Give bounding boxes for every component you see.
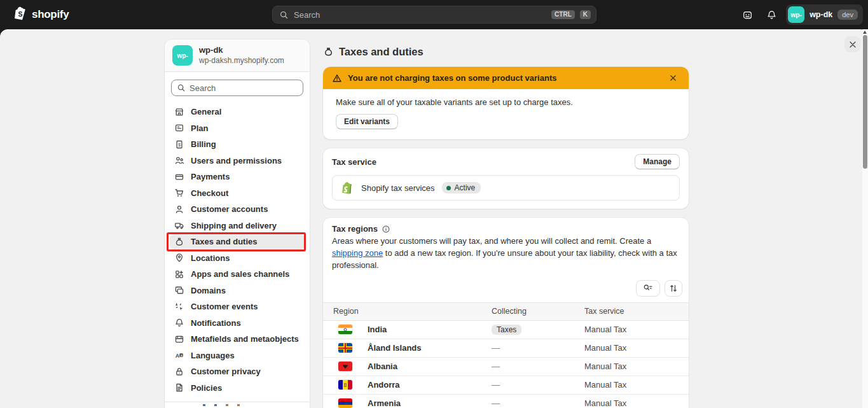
- sidebar-item-customer-accounts[interactable]: Customer accounts: [170, 201, 305, 218]
- info-icon[interactable]: [382, 225, 390, 234]
- sidebar-item-customer-privacy[interactable]: Customer privacy: [170, 363, 305, 380]
- column-tax-service: Tax service: [584, 307, 689, 316]
- sort-button[interactable]: [665, 280, 682, 297]
- table-row--land-islands[interactable]: Åland Islands—Manual Tax: [323, 339, 689, 358]
- table-header: Region Collecting Tax service: [323, 302, 689, 321]
- sidebar-item-metafields-and-metaobjects[interactable]: Metafields and metaobjects: [170, 331, 305, 348]
- user-menu[interactable]: wp- wp-dk dev: [786, 4, 863, 25]
- collecting-badge: Taxes: [492, 325, 521, 335]
- tax-service-title: Tax service: [332, 157, 376, 167]
- banner-body-text: Make sure all of your taxable variants a…: [336, 97, 676, 107]
- shipping-icon: [174, 220, 184, 230]
- table-row-albania[interactable]: Albania—Manual Tax: [323, 358, 689, 376]
- sidebar-item-label: Metafields and metaobjects: [191, 334, 299, 344]
- status-badge: Active: [442, 182, 481, 193]
- collecting-empty: —: [492, 362, 584, 371]
- sidebar-item-plan[interactable]: Plan: [170, 120, 305, 137]
- search-icon: [177, 83, 186, 92]
- column-collecting: Collecting: [492, 307, 584, 316]
- search-icon: [279, 10, 289, 20]
- sidebar-search-input[interactable]: [189, 83, 298, 93]
- region-name: Andorra: [368, 380, 400, 390]
- settings-page: wp- wp-dk wp-daksh.myshopify.com General…: [0, 29, 868, 408]
- sidebar-item-domains[interactable]: Domains: [170, 283, 305, 299]
- banner-title: You are not charging taxes on some produ…: [348, 73, 660, 83]
- env-badge: dev: [837, 10, 858, 20]
- sidebar-item-payments[interactable]: Payments: [170, 169, 305, 185]
- sidebar-item-label: Billing: [191, 139, 216, 149]
- sidebar-item-locations[interactable]: Locations: [170, 250, 305, 267]
- collecting-empty: —: [492, 380, 584, 390]
- shopify-bag-icon: S: [13, 6, 28, 24]
- collecting-empty: —: [492, 343, 584, 353]
- warning-banner: You are not charging taxes on some produ…: [323, 67, 689, 139]
- eagle-emblem: [343, 364, 348, 369]
- store-header[interactable]: wp- wp-dk wp-daksh.myshopify.com: [165, 39, 310, 72]
- crest-emblem: [344, 383, 347, 387]
- settings-nav: GeneralPlan$BillingUsers and permissions…: [165, 101, 310, 396]
- customer-accounts-icon: [174, 204, 184, 215]
- chakra-emblem: [344, 328, 347, 331]
- user-name: wp-dk: [809, 10, 832, 19]
- sidebar-item-taxes-and-duties[interactable]: Taxes and duties: [170, 234, 305, 250]
- kbd-ctrl: CTRL: [551, 10, 575, 19]
- svg-text:$: $: [178, 141, 181, 147]
- store-icon: [174, 107, 184, 117]
- manage-button[interactable]: Manage: [635, 154, 680, 169]
- global-search-input[interactable]: Search CTRL K: [272, 6, 596, 24]
- sidebar-item-apps-and-sales-channels[interactable]: Apps and sales channels: [170, 266, 305, 283]
- tax-service-value: Manual Tax: [584, 325, 689, 334]
- scroll-up-arrow-icon[interactable]: [863, 31, 867, 34]
- edit-variants-button[interactable]: Edit variants: [336, 114, 398, 129]
- flag-icon: [338, 325, 352, 334]
- banner-close-icon[interactable]: [666, 71, 680, 85]
- money-bag-icon: [323, 46, 334, 57]
- checkout-icon: [174, 188, 184, 198]
- sidebar-item-label: Checkout: [191, 188, 228, 198]
- scrollbar[interactable]: [862, 29, 868, 408]
- table-row-india[interactable]: IndiaTaxesManual Tax: [323, 321, 689, 339]
- tax-service-value: Manual Tax: [584, 398, 689, 408]
- settings-sidebar: wp- wp-dk wp-daksh.myshopify.com General…: [165, 39, 310, 408]
- tax-service-value: Manual Tax: [584, 362, 689, 371]
- sidebar-item-billing[interactable]: $Billing: [170, 136, 305, 153]
- sidebar-item-notifications[interactable]: Notifications: [170, 315, 305, 332]
- table-row-andorra[interactable]: Andorra—Manual Tax: [323, 376, 689, 395]
- tax-regions-title: Tax regions: [332, 224, 378, 234]
- sidebar-item-languages[interactable]: AaLanguages: [170, 348, 305, 364]
- warning-triangle-icon: [332, 73, 342, 83]
- flag-icon: [338, 343, 352, 353]
- tax-service-value: Manual Tax: [584, 380, 689, 390]
- scrollbar-thumb[interactable]: [863, 35, 867, 169]
- billing-icon: $: [174, 139, 184, 150]
- payments-icon: [174, 172, 184, 182]
- sidebar-item-label: Customer privacy: [191, 367, 261, 376]
- users-icon: [174, 155, 184, 165]
- region-name: India: [368, 325, 387, 334]
- sidebar-item-label: Plan: [191, 123, 208, 133]
- shipping-zone-link[interactable]: shipping zone: [332, 248, 383, 258]
- sidebar-item-customer-events[interactable]: Customer events: [170, 299, 305, 315]
- settings-content: Taxes and duties You are not charging ta…: [323, 39, 689, 408]
- sidebar-item-policies[interactable]: Policies: [170, 380, 305, 397]
- sidebar-item-general[interactable]: General: [170, 104, 305, 120]
- tax-service-value: Manual Tax: [584, 343, 689, 353]
- page-title: Taxes and duties: [339, 46, 424, 58]
- sidekick-icon[interactable]: [738, 5, 757, 24]
- plan-icon: [174, 123, 184, 133]
- table-row-armenia[interactable]: Armenia—Manual Tax: [323, 395, 689, 408]
- notifications-bell-icon[interactable]: [762, 5, 781, 24]
- sidebar-item-users-and-permissions[interactable]: Users and permissions: [170, 153, 305, 169]
- domains-icon: [174, 285, 184, 295]
- tax-service-card: Tax service Manage Shopify tax services …: [323, 148, 689, 209]
- customer-privacy-icon: [174, 367, 184, 377]
- apps-icon: [174, 269, 184, 279]
- sidebar-item-label: Apps and sales channels: [191, 269, 289, 279]
- search-filter-button[interactable]: [636, 280, 660, 297]
- sidebar-item-checkout[interactable]: Checkout: [170, 185, 305, 202]
- sidebar-item-shipping-and-delivery[interactable]: Shipping and delivery: [170, 218, 305, 234]
- flag-icon: [338, 398, 352, 408]
- sidebar-search[interactable]: [171, 80, 303, 96]
- close-settings-button[interactable]: [844, 36, 860, 52]
- table-body: IndiaTaxesManual TaxÅland Islands—Manual…: [323, 321, 689, 408]
